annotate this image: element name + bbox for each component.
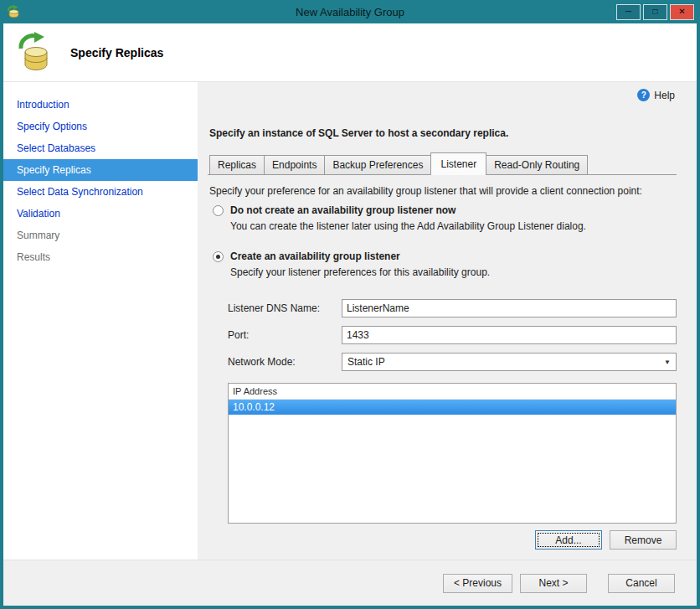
availability-group-icon [17, 32, 55, 74]
window-body: Specify Replicas Introduction Specify Op… [3, 23, 697, 606]
close-button[interactable]: ✕ [670, 4, 694, 20]
listener-form: Listener DNS Name: Port: Network Mode: S… [209, 299, 677, 379]
dns-name-label: Listener DNS Name: [228, 302, 342, 314]
sidebar-item-specify-options[interactable]: Specify Options [3, 116, 198, 137]
radio-create-listener-description: Specify your listener preferences for th… [230, 266, 677, 278]
dns-name-row: Listener DNS Name: [228, 299, 677, 317]
instruction-text: Specify an instance of SQL Server to hos… [209, 127, 677, 139]
previous-button[interactable]: < Previous [443, 574, 512, 593]
tab-read-only-routing[interactable]: Read-Only Routing [486, 155, 588, 174]
sidebar-item-introduction[interactable]: Introduction [3, 94, 198, 116]
window-title: New Availability Group [0, 6, 700, 18]
titlebar[interactable]: New Availability Group ─ □ ✕ [0, 0, 700, 23]
content-pane: ? Help Specify an instance of SQL Server… [198, 82, 697, 560]
tab-replicas[interactable]: Replicas [209, 155, 265, 174]
chevron-down-icon: ▼ [664, 359, 671, 366]
page-title: Specify Replicas [70, 46, 163, 59]
sidebar-item-specify-replicas[interactable]: Specify Replicas [3, 159, 198, 181]
wizard-steps-sidebar: Introduction Specify Options Select Data… [3, 82, 198, 560]
help-link[interactable]: ? Help [637, 89, 675, 101]
radio-no-listener-circle[interactable] [213, 205, 224, 216]
main-area: Introduction Specify Options Select Data… [3, 82, 697, 560]
tab-strip: Replicas Endpoints Backup Preferences Li… [208, 152, 677, 175]
listener-tab-panel: Specify your preference for an availabil… [208, 175, 677, 560]
radio-create-listener[interactable]: Create an availability group listener [213, 250, 677, 262]
radio-create-listener-label: Create an availability group listener [230, 250, 400, 262]
network-mode-value: Static IP [347, 356, 385, 368]
sidebar-item-results: Results [3, 246, 198, 268]
radio-create-listener-circle[interactable] [213, 251, 224, 262]
port-label: Port: [228, 329, 342, 341]
remove-button[interactable]: Remove [610, 530, 677, 550]
listener-preference-text: Specify your preference for an availabil… [209, 185, 677, 197]
availability-group-app-icon [7, 5, 20, 18]
ip-address-column-header: IP Address [229, 384, 676, 400]
port-row: Port: [228, 326, 677, 344]
radio-no-listener-description: You can create the listener later using … [230, 220, 677, 232]
network-mode-label: Network Mode: [228, 356, 342, 368]
wizard-header: Specify Replicas [3, 23, 697, 82]
tab-endpoints[interactable]: Endpoints [264, 155, 325, 174]
window-controls: ─ □ ✕ [616, 4, 694, 20]
network-mode-row: Network Mode: Static IP ▼ [228, 353, 677, 371]
help-label: Help [654, 90, 675, 101]
port-input[interactable] [342, 326, 677, 344]
help-icon: ? [637, 89, 650, 101]
ip-address-row[interactable]: 10.0.0.12 [229, 400, 676, 415]
sidebar-item-select-databases[interactable]: Select Databases [3, 137, 198, 159]
radio-no-listener-label: Do not create an availability group list… [230, 204, 456, 216]
tab-backup-preferences[interactable]: Backup Preferences [324, 155, 431, 174]
network-mode-select[interactable]: Static IP ▼ [342, 353, 677, 371]
radio-no-listener[interactable]: Do not create an availability group list… [213, 204, 677, 216]
new-availability-group-window: New Availability Group ─ □ ✕ Specify Rep… [0, 0, 700, 609]
sidebar-item-select-data-synchronization[interactable]: Select Data Synchronization [3, 181, 198, 203]
add-button[interactable]: Add... [535, 530, 602, 550]
ip-list-buttons: Add... Remove [209, 530, 677, 550]
tab-listener[interactable]: Listener [430, 152, 486, 175]
listener-dns-name-input[interactable] [342, 299, 677, 317]
next-button[interactable]: Next > [520, 574, 587, 593]
sidebar-item-validation[interactable]: Validation [3, 203, 198, 225]
wizard-footer: < Previous Next > Cancel [3, 560, 697, 606]
maximize-button[interactable]: □ [643, 4, 667, 20]
ip-address-list[interactable]: IP Address 10.0.0.12 [228, 383, 677, 524]
minimize-button[interactable]: ─ [616, 4, 641, 20]
cancel-button[interactable]: Cancel [608, 574, 675, 593]
sidebar-item-summary: Summary [3, 225, 198, 246]
